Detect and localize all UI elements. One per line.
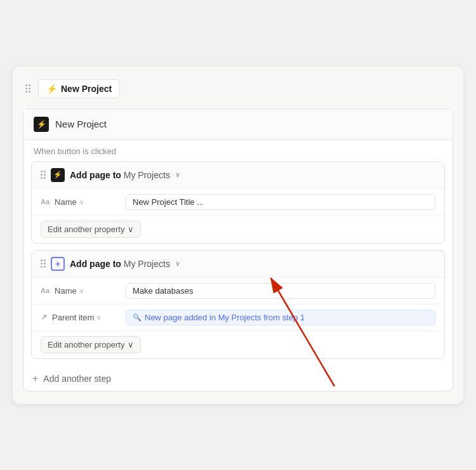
outer-container: ⚡ New Project ⚡ New Project When button … xyxy=(13,67,463,404)
step-block-1: ⚡ Add page to My Projects ∨ Aa Name ∨ Ne… xyxy=(31,161,445,244)
step-2-parent-chevron-icon: ∨ xyxy=(96,314,101,321)
step-2-name-label[interactable]: Aa Name ∨ xyxy=(41,286,123,296)
step-2-aa-icon: Aa xyxy=(41,287,50,294)
step-1-bolt-icon: ⚡ xyxy=(51,168,65,182)
step-2-parent-value-text: New page added in My Projects from step … xyxy=(145,313,305,322)
step-2-name-row: Aa Name ∨ Make databases xyxy=(32,278,444,304)
main-card: ⚡ New Project When button is clicked ⚡ A… xyxy=(23,108,453,391)
step-2-name-text: Name xyxy=(55,286,77,296)
bolt-icon: ⚡ xyxy=(46,84,57,94)
step-1-name-value[interactable]: New Project Title ... xyxy=(126,194,435,210)
step-1-name-chevron-icon: ∨ xyxy=(79,199,84,206)
step-2-parent-row: ↗ Parent item ∨ 🔍 New page added in My P… xyxy=(32,304,444,331)
add-step-label: Add another step xyxy=(43,374,111,384)
step-block-2: + Add page to My Projects ∨ Aa Name ∨ Ma… xyxy=(31,250,445,359)
step-2-edit-another-chevron-icon: ∨ xyxy=(128,340,134,349)
step-2-edit-another-label: Edit another property xyxy=(48,340,124,349)
step-2-name-chevron-icon: ∨ xyxy=(79,287,84,294)
step-1-name-label[interactable]: Aa Name ∨ xyxy=(41,197,123,207)
step-1-edit-another-button[interactable]: Edit another property ∨ xyxy=(41,221,141,238)
search-icon: 🔍 xyxy=(133,313,142,322)
card-header-title: New Project xyxy=(55,119,107,129)
step-2-drag-handle[interactable] xyxy=(41,259,46,268)
step-1-header: ⚡ Add page to My Projects ∨ xyxy=(32,162,444,189)
step-1-name-row: Aa Name ∨ New Project Title ... xyxy=(32,189,444,216)
add-step-row[interactable]: + Add another step xyxy=(23,367,453,391)
step-1-header-label: Add page to My Projects xyxy=(70,170,170,180)
step-1-aa-icon: Aa xyxy=(41,198,50,206)
step-2-parent-label[interactable]: ↗ Parent item ∨ xyxy=(41,313,123,322)
step-2-edit-another-button[interactable]: Edit another property ∨ xyxy=(41,336,141,353)
step-2-chevron-icon[interactable]: ∨ xyxy=(175,259,180,268)
step-1-chevron-icon[interactable]: ∨ xyxy=(175,171,180,179)
step-2-plus-icon: + xyxy=(51,257,65,271)
step-2-header: + Add page to My Projects ∨ xyxy=(32,251,444,278)
card-bolt-icon: ⚡ xyxy=(34,117,49,132)
top-bar: ⚡ New Project xyxy=(23,79,453,98)
steps-container: ⚡ Add page to My Projects ∨ Aa Name ∨ Ne… xyxy=(23,161,453,367)
step-2-parent-text: Parent item xyxy=(52,313,94,322)
trigger-label: When button is clicked xyxy=(23,140,453,161)
step-1-edit-another-label: Edit another property xyxy=(48,225,124,234)
step-2-parent-value[interactable]: 🔍 New page added in My Projects from ste… xyxy=(126,310,435,325)
card-header: ⚡ New Project xyxy=(23,109,453,140)
add-step-plus-icon: + xyxy=(32,373,38,384)
step-2-header-label: Add page to My Projects xyxy=(70,259,170,269)
project-title: New Project xyxy=(61,84,112,94)
step-2-name-value[interactable]: Make databases xyxy=(126,283,435,299)
drag-handle[interactable] xyxy=(23,82,33,95)
project-badge[interactable]: ⚡ New Project xyxy=(38,79,120,98)
step-1-name-text: Name xyxy=(55,197,77,207)
step-1-edit-another-chevron-icon: ∨ xyxy=(128,225,134,234)
step-1-drag-handle[interactable] xyxy=(41,171,46,179)
step-2-arrow-icon: ↗ xyxy=(41,313,47,322)
